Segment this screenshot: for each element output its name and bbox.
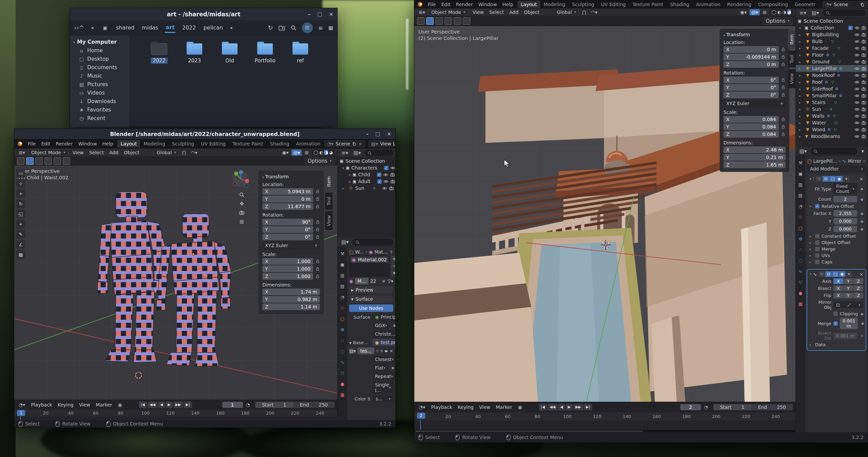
- transport-button[interactable]: ▶▶: [173, 401, 183, 408]
- expander-icon[interactable]: ▾: [73, 40, 75, 44]
- editor-type-icon[interactable]: ▤▾: [340, 239, 351, 245]
- sidebar-item[interactable]: ⌂ Home: [70, 46, 129, 55]
- expander-icon[interactable]: ▸: [799, 87, 803, 91]
- camera-icon[interactable]: [861, 107, 866, 112]
- rotation-mode-dropdown[interactable]: XYZ Euler: [723, 100, 786, 107]
- active-tool-icon[interactable]: [17, 157, 24, 165]
- menu-item[interactable]: Edit: [38, 140, 53, 147]
- data-subpanel[interactable]: ▸Data: [810, 342, 863, 347]
- workspace-tab[interactable]: Sculpting: [569, 1, 598, 8]
- breadcrumb-modifier[interactable]: Mirror: [848, 158, 861, 164]
- scene-selector[interactable]: ◔▾ Scene ×: [324, 140, 365, 147]
- multiscatter-dropdown[interactable]: Christe...: [372, 331, 395, 337]
- render-toggle[interactable]: ◉: [839, 271, 845, 277]
- n-panel-tab[interactable]: Tool: [325, 193, 333, 210]
- eyedropper-icon[interactable]: [847, 303, 851, 307]
- workspace-tab[interactable]: UV Editing: [598, 1, 629, 8]
- expander-icon[interactable]: ▸: [799, 94, 803, 98]
- viewport-tool-button[interactable]: ↻: [16, 199, 25, 208]
- select-mode-subtract[interactable]: [44, 157, 52, 165]
- eye-icon[interactable]: [854, 80, 860, 85]
- overlays-toggle-icon[interactable]: ◎▾: [750, 9, 759, 15]
- outliner-row[interactable]: ▸ ▼ NookRoof ⚙: [796, 72, 868, 79]
- maximize-button[interactable]: □: [317, 11, 322, 17]
- timeline-menu-item[interactable]: Playback: [428, 404, 455, 411]
- eye-icon[interactable]: [390, 165, 395, 171]
- lock-icon[interactable]: [315, 197, 320, 201]
- shading-mode-icon[interactable]: ◐: [319, 150, 323, 155]
- workspace-tab[interactable]: Animation: [693, 1, 723, 8]
- properties-tab[interactable]: ▣: [796, 170, 805, 178]
- lock-icon[interactable]: [781, 78, 786, 82]
- properties-tab[interactable]: ∴: [796, 245, 805, 254]
- record-button[interactable]: ●: [516, 404, 524, 410]
- xray-toggle-icon[interactable]: ⊞: [761, 9, 769, 15]
- transform-orientation[interactable]: Global: [554, 9, 579, 16]
- copy-icon[interactable]: [860, 2, 865, 7]
- blender-logo-icon[interactable]: [416, 1, 423, 8]
- properties-tab[interactable]: ●: [796, 289, 805, 297]
- remove-slot-button[interactable]: −: [391, 263, 395, 269]
- n-panel-tab[interactable]: Tool: [788, 51, 795, 67]
- eye-icon[interactable]: [854, 59, 860, 64]
- lock-icon[interactable]: [315, 259, 320, 264]
- workspace-tab[interactable]: Animation: [293, 140, 323, 147]
- collapsed-subpanel[interactable]: ▸UVs: [810, 253, 863, 258]
- eye-icon[interactable]: [854, 86, 860, 92]
- apply-on-cage-toggle[interactable]: ▽: [816, 176, 822, 182]
- timeline-menu-item[interactable]: Keying: [55, 401, 76, 408]
- transport-button[interactable]: ▶|: [184, 401, 192, 408]
- copy-icon[interactable]: [380, 279, 380, 283]
- filter-icon[interactable]: ▤▾: [810, 9, 821, 16]
- axis-y-toggle[interactable]: Y: [844, 278, 853, 284]
- outliner-row[interactable]: ▸ ▼ Facade ▽: [796, 45, 868, 52]
- select-mode-set[interactable]: [426, 17, 434, 25]
- preview-panel-header[interactable]: ▸Preview: [349, 286, 393, 294]
- interpolation-dropdown[interactable]: Closest: [372, 356, 395, 363]
- viewport-tool-button[interactable]: ◱: [16, 210, 25, 218]
- collapsed-subpanel[interactable]: ▸Merge: [810, 246, 863, 252]
- options-dropdown[interactable]: Options: [763, 17, 793, 25]
- lock-icon[interactable]: [781, 62, 786, 67]
- expander-icon[interactable]: ▸: [342, 186, 346, 190]
- properties-search[interactable]: [811, 148, 858, 155]
- end-frame[interactable]: End 250: [751, 404, 793, 410]
- workspace-tab[interactable]: Texture Paint: [229, 140, 266, 147]
- breadcrumb-next-icon[interactable]: ▸: [227, 25, 237, 30]
- breadcrumb-item[interactable]: shared: [115, 23, 135, 32]
- overlays-toggle-icon[interactable]: ◎▾: [291, 150, 301, 156]
- scale-field[interactable]: Z0.084: [723, 131, 786, 138]
- expander-icon[interactable]: ▾: [799, 26, 803, 30]
- subpanel-checkbox[interactable]: [815, 234, 819, 238]
- camera-icon[interactable]: [861, 80, 866, 85]
- viewport-menu-item[interactable]: Object: [121, 149, 142, 156]
- transport-button[interactable]: ◀◀: [148, 401, 157, 408]
- workspace-tab[interactable]: Layout: [517, 1, 541, 8]
- scale-field[interactable]: Y0.084: [723, 123, 786, 130]
- viewport-menu-item[interactable]: View: [470, 9, 487, 16]
- properties-tab[interactable]: ∴: [338, 336, 347, 344]
- outliner-row[interactable]: ▸ ▼ Water ▽: [796, 119, 868, 126]
- timeline-menu-item[interactable]: Keying: [455, 404, 476, 411]
- workspace-tab[interactable]: Shading: [667, 1, 693, 8]
- expander-icon[interactable]: ▾: [810, 272, 811, 276]
- outliner-search[interactable]: [365, 150, 393, 156]
- outliner-row[interactable]: ▸ ▼ Walls ⚙ ▽: [796, 113, 868, 119]
- dimension-field[interactable]: Z1.65 m: [723, 161, 786, 168]
- editor-type-icon[interactable]: ▤▾: [798, 148, 809, 155]
- sidebar-item[interactable]: ▢ Desktop: [70, 55, 129, 63]
- properties-tab[interactable]: ▢: [796, 224, 805, 232]
- properties-tab[interactable]: ▤: [796, 191, 805, 199]
- camera-icon[interactable]: [861, 39, 866, 44]
- compact-view-button[interactable]: ▦: [328, 25, 333, 31]
- shading-mode-icon[interactable]: ◕: [329, 150, 333, 155]
- start-frame[interactable]: Start 1: [713, 404, 751, 410]
- location-field[interactable]: X5.0943 m: [262, 188, 320, 195]
- transport-button[interactable]: ▶▶: [573, 404, 583, 411]
- timeline-menu-item[interactable]: Marker: [93, 401, 115, 408]
- breadcrumb-item[interactable]: midas: [141, 23, 159, 32]
- sidebar-item[interactable]: ★ Favorites: [70, 105, 129, 114]
- file-list[interactable]: 2022 2023 Old Portfolio: [129, 35, 337, 127]
- bisect-z-toggle[interactable]: Z: [853, 285, 863, 291]
- slot-specials-button[interactable]: ▾: [391, 270, 395, 276]
